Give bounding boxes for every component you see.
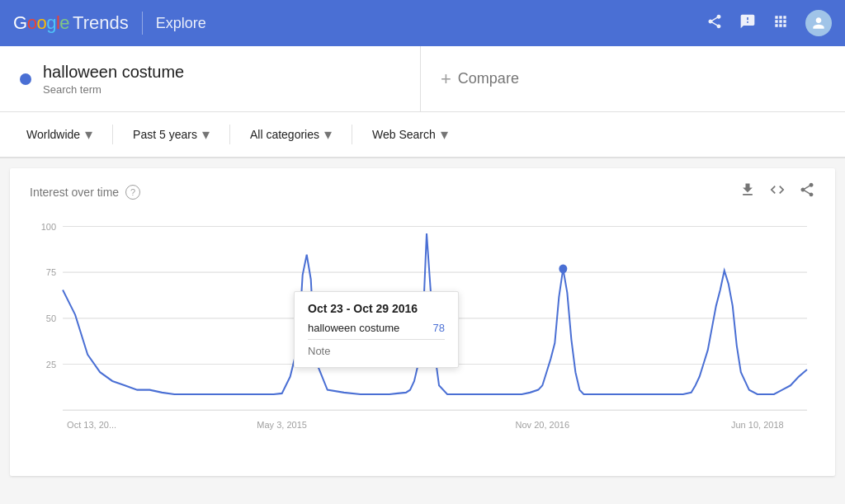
svg-text:Jun 10, 2018: Jun 10, 2018 <box>731 419 784 429</box>
search-term-type: Search term <box>43 83 184 96</box>
header-actions <box>706 10 832 36</box>
chart-title: Interest over time <box>30 186 119 199</box>
compare-box[interactable]: + Compare <box>421 46 845 111</box>
share-chart-icon[interactable] <box>799 181 815 202</box>
download-icon[interactable] <box>739 181 756 202</box>
chart-title-row: Interest over time ? <box>30 185 140 200</box>
category-label: All categories <box>250 128 319 141</box>
category-filter[interactable]: All categories ▾ <box>240 119 342 150</box>
filter-separator-1 <box>112 125 113 144</box>
category-dropdown-icon: ▾ <box>324 125 332 144</box>
svg-text:Nov 20, 2016: Nov 20, 2016 <box>516 419 570 429</box>
location-filter[interactable]: Worldwide ▾ <box>17 119 102 150</box>
compare-label: Compare <box>458 70 519 87</box>
svg-text:50: 50 <box>46 313 56 323</box>
svg-text:May 3, 2015: May 3, 2015 <box>257 419 307 429</box>
time-range-label: Past 5 years <box>133 128 197 141</box>
search-type-dropdown-icon: ▾ <box>441 125 448 144</box>
help-icon[interactable]: ? <box>125 185 140 200</box>
compare-plus-icon: + <box>441 68 451 90</box>
search-term-box: halloween costume Search term <box>0 46 421 111</box>
time-range-dropdown-icon: ▾ <box>202 125 210 144</box>
header-divider <box>142 12 143 35</box>
chart-actions <box>739 181 815 202</box>
filter-separator-2 <box>229 125 230 144</box>
search-area: halloween costume Search term + Compare <box>0 46 845 112</box>
share-icon[interactable] <box>706 13 723 34</box>
search-dot <box>20 73 31 85</box>
location-label: Worldwide <box>26 128 80 141</box>
embed-icon[interactable] <box>769 181 786 202</box>
avatar[interactable] <box>805 10 832 36</box>
chart-section: Interest over time ? 10 <box>10 168 835 476</box>
location-dropdown-icon: ▾ <box>85 125 92 144</box>
svg-text:75: 75 <box>46 267 56 277</box>
chart-container: 100 75 50 25 Oct 13, 20... May 3, 2015 N… <box>30 209 815 456</box>
time-range-filter[interactable]: Past 5 years ▾ <box>123 119 220 150</box>
svg-text:100: 100 <box>41 221 56 231</box>
search-type-label: Web Search <box>372 128 436 141</box>
svg-text:25: 25 <box>46 360 56 370</box>
explore-label: Explore <box>156 15 206 32</box>
search-term-label: halloween costume <box>43 63 184 82</box>
search-type-filter[interactable]: Web Search ▾ <box>362 119 458 150</box>
app-header: Google Trends Explore <box>0 0 845 46</box>
chart-header: Interest over time ? <box>30 181 815 202</box>
interest-chart: 100 75 50 25 Oct 13, 20... May 3, 2015 N… <box>30 209 815 456</box>
logo: Google Trends <box>13 12 129 34</box>
search-term-info: halloween costume Search term <box>43 63 184 96</box>
apps-icon[interactable] <box>772 13 789 34</box>
svg-text:Oct 13, 20...: Oct 13, 20... <box>67 419 116 429</box>
trends-label: Trends <box>73 12 129 34</box>
feedback-icon[interactable] <box>739 13 756 34</box>
filter-separator-3 <box>352 125 352 144</box>
google-wordmark: Google <box>13 12 69 34</box>
filters-bar: Worldwide ▾ Past 5 years ▾ All categorie… <box>0 112 845 158</box>
data-point <box>559 265 567 274</box>
